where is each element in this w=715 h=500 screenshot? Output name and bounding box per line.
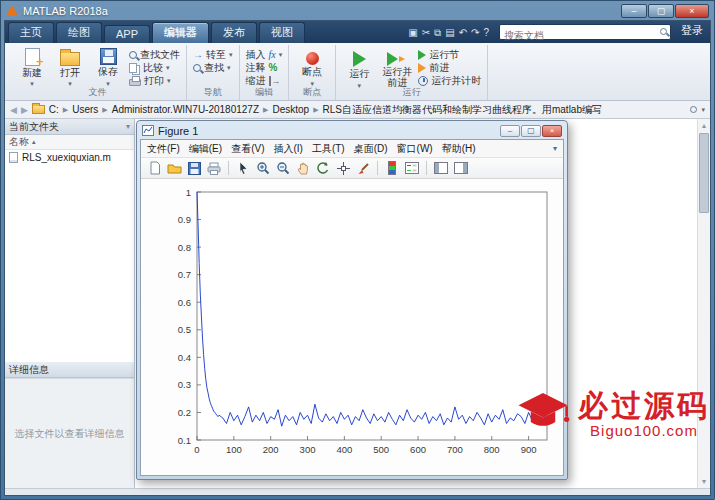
tab-view[interactable]: 视图 xyxy=(259,22,305,43)
insert-button[interactable]: 插入 fx ▾ xyxy=(246,48,283,61)
close-button[interactable]: × xyxy=(675,4,709,18)
back-icon[interactable]: ◀ xyxy=(10,105,17,115)
address-dropdown-icon[interactable]: ▾ xyxy=(701,106,705,114)
search-icon[interactable] xyxy=(660,28,667,35)
search-input[interactable] xyxy=(500,29,670,43)
redo-icon[interactable]: ↷ xyxy=(471,27,479,39)
x-tick-label: 700 xyxy=(447,444,463,455)
menu-insert[interactable]: 插入(I) xyxy=(273,142,302,156)
paste-icon[interactable]: ▤ xyxy=(445,27,454,39)
sign-in-link[interactable]: 登录 xyxy=(681,23,703,38)
breakpoints-button[interactable]: 断点 ▾ xyxy=(295,46,329,88)
breadcrumb-drive[interactable]: C: xyxy=(49,104,59,115)
dock-figure-icon[interactable]: ▾ xyxy=(553,144,557,153)
file-row[interactable]: RLS_xuexiquxian.m xyxy=(5,150,134,165)
show-plot-tools-icon[interactable] xyxy=(452,160,470,177)
breadcrumb-current-folder[interactable]: RLS自适应信道均衡器代码和绘制学习曲线程序。用matlab编写 xyxy=(323,103,602,117)
new-figure-icon[interactable] xyxy=(145,160,163,177)
title-bar[interactable]: MATLAB R2018a – ▢ × xyxy=(4,1,711,20)
help-icon[interactable]: ? xyxy=(483,27,489,39)
figure-window[interactable]: Figure 1 – ▢ × 文件(F) 编辑(E) 查看(V) 插入(I) 工… xyxy=(136,120,568,480)
zoom-in-icon[interactable] xyxy=(254,160,272,177)
x-tick-label: 400 xyxy=(336,444,352,455)
ribbon-group-file: 新建 ▾ 打开 ▾ 保存 ▾ 查找文件 xyxy=(9,45,187,100)
name-column-header[interactable]: 名称 ▴ xyxy=(5,135,134,150)
scroll-up-icon[interactable]: ▴ xyxy=(698,119,710,132)
copy-icon[interactable]: ⧉ xyxy=(434,27,441,39)
tab-home[interactable]: 主页 xyxy=(8,22,54,43)
comment-button[interactable]: 注释 % xyxy=(246,61,283,74)
open-file-icon[interactable] xyxy=(165,160,183,177)
undo-icon[interactable]: ↶ xyxy=(459,27,467,39)
find-files-button[interactable]: 查找文件 xyxy=(129,48,180,61)
figure-close-button[interactable]: × xyxy=(542,125,562,137)
folder-search-icon[interactable] xyxy=(690,106,697,113)
figure-menu-bar: 文件(F) 编辑(E) 查看(V) 插入(I) 工具(T) 桌面(D) 窗口(W… xyxy=(141,140,563,158)
save-figure-icon[interactable] xyxy=(185,160,203,177)
insert-colorbar-icon[interactable] xyxy=(383,160,401,177)
find-button[interactable]: 查找 ▾ xyxy=(193,61,233,74)
print-figure-icon[interactable] xyxy=(205,160,223,177)
brush-icon[interactable] xyxy=(354,160,372,177)
browse-folder-icon[interactable] xyxy=(32,105,45,114)
menu-file[interactable]: 文件(F) xyxy=(147,142,180,156)
ribbon-group-breakpoints: 断点 ▾ 断点 xyxy=(289,45,336,100)
goto-button[interactable]: → 转至 ▾ xyxy=(193,48,233,61)
quick-save-icon[interactable]: ▣ xyxy=(408,27,417,39)
graduation-cap-icon xyxy=(514,386,572,442)
menu-tools[interactable]: 工具(T) xyxy=(312,142,345,156)
new-script-icon xyxy=(25,48,40,66)
data-cursor-icon[interactable] xyxy=(334,160,352,177)
run-section-button[interactable]: 运行节 xyxy=(418,48,481,61)
panel-menu-icon[interactable]: ▾ xyxy=(126,122,130,131)
watermark: 必过源码 Biguo100.com xyxy=(514,386,710,442)
compare-button[interactable]: 比较 ▾ xyxy=(129,61,180,74)
advance-icon xyxy=(418,63,426,73)
advance-button[interactable]: 前进 xyxy=(418,61,481,74)
tab-editor[interactable]: 编辑器 xyxy=(152,22,209,43)
group-label-breakpoints: 断点 xyxy=(289,86,335,99)
scroll-down-icon[interactable]: ▾ xyxy=(698,475,710,488)
forward-icon[interactable]: ▶ xyxy=(21,105,28,115)
window-title: MATLAB R2018a xyxy=(23,5,108,17)
maximize-button[interactable]: ▢ xyxy=(648,4,674,18)
zoom-out-icon[interactable] xyxy=(274,160,292,177)
edit-plot-icon[interactable] xyxy=(234,160,252,177)
tab-plots[interactable]: 绘图 xyxy=(56,22,102,43)
run-button[interactable]: 运行 ▾ xyxy=(342,46,376,88)
scrollbar-thumb[interactable] xyxy=(699,133,709,213)
figure-title-bar[interactable]: Figure 1 – ▢ × xyxy=(140,123,564,139)
hide-plot-tools-icon[interactable] xyxy=(432,160,450,177)
figure-maximize-button[interactable]: ▢ xyxy=(521,125,541,137)
breakpoint-icon xyxy=(306,52,319,65)
menu-window[interactable]: 窗口(W) xyxy=(397,142,433,156)
breadcrumb-desktop[interactable]: Desktop xyxy=(272,104,309,115)
menu-help[interactable]: 帮助(H) xyxy=(442,142,476,156)
y-tick-label: 0.1 xyxy=(178,435,191,446)
breadcrumb-users[interactable]: Users xyxy=(72,104,98,115)
x-tick-label: 500 xyxy=(373,444,389,455)
tab-apps[interactable]: APP xyxy=(104,25,150,43)
menu-desktop[interactable]: 桌面(D) xyxy=(354,142,388,156)
new-script-button[interactable]: 新建 ▾ xyxy=(15,46,49,88)
run-and-advance-icon xyxy=(387,51,407,65)
comment-icon: % xyxy=(269,62,278,73)
menu-view[interactable]: 查看(V) xyxy=(231,142,264,156)
details-header[interactable]: 详细信息 xyxy=(5,362,134,378)
insert-legend-icon[interactable] xyxy=(403,160,421,177)
axes-box xyxy=(197,192,547,440)
pan-icon[interactable] xyxy=(294,160,312,177)
y-tick-label: 0.2 xyxy=(178,407,191,418)
rotate-3d-icon[interactable] xyxy=(314,160,332,177)
mfile-icon xyxy=(9,152,18,163)
minimize-button[interactable]: – xyxy=(621,4,647,18)
menu-edit[interactable]: 编辑(E) xyxy=(189,142,222,156)
open-button[interactable]: 打开 ▾ xyxy=(53,46,87,88)
run-and-advance-button[interactable]: 运行并前进 xyxy=(380,46,414,88)
cut-icon[interactable]: ✂ xyxy=(422,27,430,39)
tab-publish[interactable]: 发布 xyxy=(211,22,257,43)
breadcrumb-administrator[interactable]: Administrator.WIN7U-20180127Z xyxy=(112,104,259,115)
figure-minimize-button[interactable]: – xyxy=(500,125,520,137)
save-button[interactable]: 保存 ▾ xyxy=(91,46,125,88)
watermark-site: Biguo100.com xyxy=(590,422,698,439)
